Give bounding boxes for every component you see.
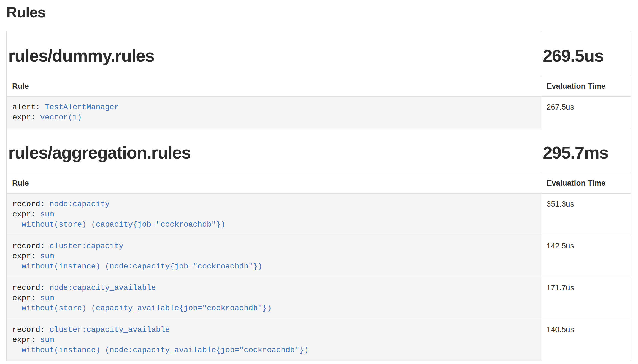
code-line: expr: sum [12, 209, 535, 219]
code-line: without(instance) (node:capacity_availab… [12, 345, 535, 355]
evaluation-time-cell: 267.5us [541, 97, 631, 128]
evaluation-time-cell: 351.3us [541, 194, 631, 235]
rule-row: record: node:capacityexpr: sum without(s… [7, 194, 631, 235]
rules-table: rules/dummy.rules269.5usRuleEvaluation T… [6, 31, 631, 361]
rule-link[interactable]: cluster:capacity [49, 242, 123, 250]
rule-link[interactable]: TestAlertManager [45, 103, 119, 112]
group-file-name: rules/aggregation.rules [8, 143, 535, 162]
rule-row: record: node:capacity_availableexpr: sum… [7, 277, 631, 319]
rule-link[interactable]: sum [40, 252, 54, 260]
code-line: record: cluster:capacity [12, 241, 535, 251]
group-heading-row: rules/aggregation.rules295.7ms [7, 128, 631, 173]
rule-row: record: cluster:capacityexpr: sum withou… [7, 235, 631, 277]
group-evaluation-total: 295.7ms [543, 143, 625, 162]
rule-row: record: cluster:capacity_availableexpr: … [7, 319, 631, 361]
code-keyword: expr: [12, 210, 40, 219]
code-keyword: expr: [12, 113, 40, 122]
code-text [12, 346, 22, 354]
rule-link[interactable]: cluster:capacity_available [49, 325, 170, 334]
code-line: record: cluster:capacity_available [12, 325, 535, 335]
evaluation-time-cell: 142.5us [541, 235, 631, 277]
rules-page: Rules rules/dummy.rules269.5usRuleEvalua… [0, 0, 638, 361]
rule-cell: record: cluster:capacityexpr: sum withou… [7, 235, 541, 277]
rule-code: record: cluster:capacity_availableexpr: … [12, 325, 535, 355]
group-file-name: rules/dummy.rules [8, 46, 535, 65]
rule-cell: alert: TestAlertManagerexpr: vector(1) [7, 97, 541, 128]
rule-row: alert: TestAlertManagerexpr: vector(1)26… [7, 97, 631, 128]
code-line: expr: sum [12, 335, 535, 345]
rule-link[interactable]: without(instance) (node:capacity_availab… [22, 346, 309, 354]
code-keyword: record: [12, 325, 49, 334]
rule-link[interactable]: sum [40, 210, 54, 219]
evaluation-time-column-header: Evaluation Time [541, 76, 631, 97]
rules-table-body: rules/dummy.rules269.5usRuleEvaluation T… [7, 31, 631, 361]
rule-link[interactable]: vector(1) [40, 113, 82, 122]
evaluation-time-cell: 171.7us [541, 277, 631, 319]
evaluation-time-column-header: Evaluation Time [541, 173, 631, 194]
rule-link[interactable]: without(store) (capacity_available{job="… [22, 304, 272, 313]
code-keyword: expr: [12, 294, 40, 302]
code-keyword: expr: [12, 336, 40, 344]
rule-link[interactable]: sum [40, 294, 54, 302]
rule-cell: record: node:capacity_availableexpr: sum… [7, 277, 541, 319]
code-keyword: expr: [12, 252, 40, 260]
rule-code: record: node:capacityexpr: sum without(s… [12, 199, 535, 230]
group-evaluation-total: 269.5us [543, 46, 625, 65]
code-line: alert: TestAlertManager [12, 102, 535, 112]
rule-cell: record: node:capacityexpr: sum without(s… [7, 194, 541, 235]
rule-link[interactable]: without(instance) (node:capacity{job="co… [22, 262, 263, 271]
code-line: expr: vector(1) [12, 112, 535, 123]
code-text [12, 304, 22, 313]
group-file-cell: rules/dummy.rules [7, 31, 541, 76]
rule-link[interactable]: sum [40, 336, 54, 344]
rule-column-header: Rule [7, 76, 541, 97]
rule-link[interactable]: node:capacity_available [49, 284, 156, 292]
code-text [12, 262, 22, 271]
code-line: record: node:capacity [12, 199, 535, 209]
page-title: Rules [6, 4, 631, 20]
column-header-row: RuleEvaluation Time [7, 173, 631, 194]
code-keyword: record: [12, 200, 49, 208]
rule-link[interactable]: without(store) (capacity{job="cockroachd… [22, 220, 225, 229]
rule-code: record: node:capacity_availableexpr: sum… [12, 283, 535, 313]
code-keyword: alert: [12, 103, 45, 112]
rule-code: alert: TestAlertManagerexpr: vector(1) [12, 102, 535, 123]
group-heading-row: rules/dummy.rules269.5us [7, 31, 631, 76]
group-evaluation-total-cell: 269.5us [541, 31, 631, 76]
code-line: expr: sum [12, 251, 535, 261]
rule-column-header: Rule [7, 173, 541, 194]
evaluation-time-cell: 140.5us [541, 319, 631, 361]
column-header-row: RuleEvaluation Time [7, 76, 631, 97]
group-evaluation-total-cell: 295.7ms [541, 128, 631, 173]
code-line: record: node:capacity_available [12, 283, 535, 293]
group-file-cell: rules/aggregation.rules [7, 128, 541, 173]
code-keyword: record: [12, 284, 49, 292]
code-keyword: record: [12, 242, 49, 250]
code-text [12, 220, 22, 229]
code-line: without(instance) (node:capacity{job="co… [12, 261, 535, 271]
rule-code: record: cluster:capacityexpr: sum withou… [12, 241, 535, 271]
code-line: without(store) (capacity_available{job="… [12, 303, 535, 313]
rule-link[interactable]: node:capacity [49, 200, 109, 208]
code-line: without(store) (capacity{job="cockroachd… [12, 219, 535, 230]
code-line: expr: sum [12, 293, 535, 303]
rule-cell: record: cluster:capacity_availableexpr: … [7, 319, 541, 361]
